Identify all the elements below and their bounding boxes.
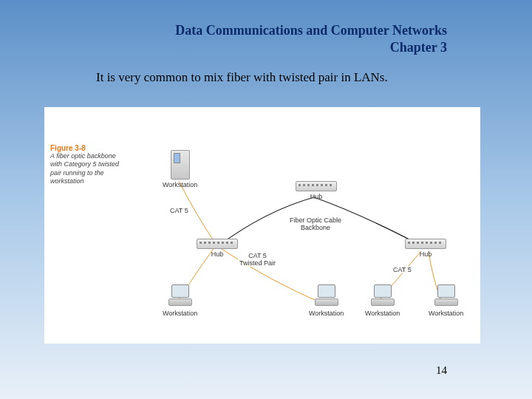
hub-icon (296, 181, 337, 191)
figure-area: Figure 3-8 A fiber optic backbone with C… (44, 107, 480, 344)
workstation-node: Workstation (163, 150, 197, 188)
cable-label-cat5-twisted: CAT 5 Twisted Pair (238, 252, 277, 267)
workstation-label: Workstation (163, 310, 197, 317)
twisted-pair-text: Twisted Pair (239, 259, 276, 267)
figure-number: Figure 3-8 (50, 144, 124, 152)
figure-caption: A fiber optic backbone with Category 5 t… (50, 152, 124, 185)
cable-label-cat5: CAT 5 (168, 207, 190, 214)
slide-header: Data Communications and Computer Network… (0, 0, 532, 57)
page-number: 14 (436, 364, 447, 377)
workstation-node: Workstation (163, 284, 197, 317)
workstation-label: Workstation (365, 310, 400, 317)
title-line-1: Data Communications and Computer Network… (0, 22, 447, 39)
hub-node: Hub (197, 239, 238, 258)
figure-label-block: Figure 3-8 A fiber optic backbone with C… (50, 144, 124, 185)
desktop-icon (434, 284, 459, 308)
workstation-label: Workstation (309, 310, 344, 317)
hub-icon (197, 239, 238, 249)
desktop-icon (370, 284, 395, 308)
desktop-icon (168, 284, 193, 308)
workstation-node: Workstation (309, 284, 344, 317)
cable-label-cat5: CAT 5 (392, 266, 413, 273)
workstation-node: Workstation (429, 284, 463, 317)
workstation-label: Workstation (163, 181, 197, 188)
hub-label: Hub (296, 193, 337, 200)
title-line-2: Chapter 3 (0, 39, 447, 56)
hub-label: Hub (197, 250, 238, 258)
desktop-icon (314, 284, 339, 308)
cable-label-backbone: Fiber Optic Cable Backbone (288, 216, 343, 231)
hub-label: Hub (405, 250, 446, 258)
workstation-node: Workstation (365, 284, 400, 317)
hub-node: Hub (405, 239, 446, 258)
network-diagram: Workstation Hub Hub Hub Workstation Work… (133, 137, 473, 336)
hub-icon (405, 239, 446, 249)
body-text: It is very common to mix fiber with twis… (0, 57, 532, 85)
workstation-label: Workstation (429, 310, 463, 317)
tower-icon (171, 150, 190, 180)
hub-node: Hub (296, 181, 337, 200)
